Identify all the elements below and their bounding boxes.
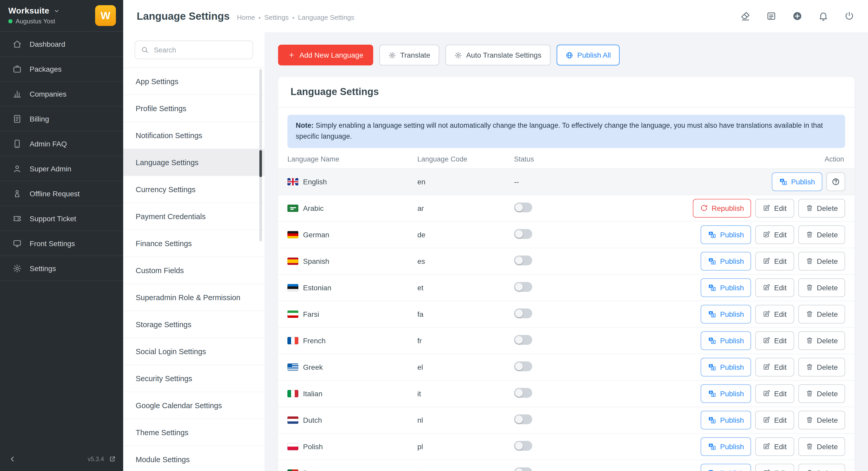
edit-button[interactable]: Edit	[755, 384, 794, 403]
help-button[interactable]	[827, 172, 845, 191]
publish-button[interactable]: Publish	[701, 411, 751, 430]
status-toggle[interactable]	[514, 282, 532, 292]
status-toggle[interactable]	[514, 441, 532, 451]
publish-button[interactable]: Publish	[701, 331, 751, 350]
notes-icon[interactable]	[766, 11, 777, 21]
sidebar-item-dashboard[interactable]: Dashboard	[0, 32, 123, 57]
globe-icon	[565, 51, 573, 59]
settings-nav-security-settings[interactable]: Security Settings	[123, 365, 265, 392]
settings-nav-module-settings[interactable]: Module Settings	[123, 446, 265, 471]
publish-all-button[interactable]: Publish All	[556, 45, 620, 65]
publish-button[interactable]: Publish	[772, 172, 822, 191]
status-toggle[interactable]	[514, 308, 532, 318]
delete-button[interactable]: Delete	[798, 411, 845, 430]
edit-button[interactable]: Edit	[755, 225, 794, 244]
sidebar-item-admin-faq[interactable]: Admin FAQ	[0, 131, 123, 156]
settings-nav-theme-settings[interactable]: Theme Settings	[123, 419, 265, 446]
publish-button[interactable]: Publish	[701, 437, 751, 456]
status-toggle[interactable]	[514, 335, 532, 345]
sidebar-item-label: Companies	[30, 90, 66, 98]
edit-button[interactable]: Edit	[755, 199, 794, 217]
publish-button[interactable]: Publish	[701, 305, 751, 324]
edit-button[interactable]: Edit	[755, 331, 794, 350]
settings-nav-google-calendar-settings[interactable]: Google Calendar Settings	[123, 392, 265, 419]
col-status: Status	[514, 155, 825, 163]
clear-cache-icon[interactable]	[740, 11, 750, 21]
sidebar-item-super-admin[interactable]: Super Admin	[0, 156, 123, 181]
status-toggle[interactable]	[514, 203, 532, 212]
sidebar-item-billing[interactable]: Billing	[0, 106, 123, 131]
status-toggle[interactable]	[514, 414, 532, 424]
publish-button[interactable]: Publish	[701, 464, 751, 471]
settings-nav-notification-settings[interactable]: Notification Settings	[123, 122, 265, 149]
status-toggle[interactable]	[514, 229, 532, 239]
settings-nav-app-settings[interactable]: App Settings	[123, 68, 265, 95]
sidebar-item-packages[interactable]: Packages	[0, 57, 123, 81]
settings-nav-language-settings[interactable]: Language Settings	[123, 149, 265, 176]
publish-button[interactable]: Publish	[701, 358, 751, 376]
breadcrumb-separator: •	[258, 14, 261, 21]
edit-button[interactable]: Edit	[755, 437, 794, 456]
settings-nav-currency-settings[interactable]: Currency Settings	[123, 176, 265, 203]
edit-button[interactable]: Edit	[755, 252, 794, 271]
settings-nav-finance-settings[interactable]: Finance Settings	[123, 230, 265, 257]
breadcrumb-item-settings[interactable]: Settings	[264, 13, 289, 21]
delete-button[interactable]: Delete	[798, 252, 845, 271]
settings-nav-profile-settings[interactable]: Profile Settings	[123, 95, 265, 122]
delete-button[interactable]: Delete	[798, 199, 845, 217]
sidebar-item-support-ticket[interactable]: Support Ticket	[0, 206, 123, 231]
add-icon[interactable]	[792, 11, 803, 21]
settings-nav-label: Superadmin Role & Permission	[136, 293, 240, 301]
status-toggle[interactable]	[514, 256, 532, 265]
settings-nav-payment-credentials[interactable]: Payment Credentials	[123, 203, 265, 230]
external-link-icon[interactable]	[108, 456, 116, 463]
settings-nav-superadmin-role-permission[interactable]: Superadmin Role & Permission	[123, 284, 265, 311]
delete-button[interactable]: Delete	[798, 358, 845, 376]
notifications-icon[interactable]	[818, 11, 829, 21]
toggle-knob	[515, 309, 523, 317]
scrollbar-thumb[interactable]	[259, 150, 262, 177]
status-toggle[interactable]	[514, 467, 532, 471]
edit-button[interactable]: Edit	[755, 278, 794, 297]
sidebar-item-settings[interactable]: Settings	[0, 256, 123, 281]
status-toggle[interactable]	[514, 362, 532, 371]
delete-button[interactable]: Delete	[798, 278, 845, 297]
breadcrumb: Home•Settings•Language Settings	[237, 13, 354, 21]
breadcrumb-item-home[interactable]: Home	[237, 13, 255, 21]
edit-button[interactable]: Edit	[755, 305, 794, 324]
publish-button[interactable]: Publish	[701, 278, 751, 297]
language-name: Greek	[303, 363, 323, 371]
auto-translate-settings-button[interactable]: Auto Translate Settings	[445, 45, 551, 65]
sidebar-item-offline-request[interactable]: Offline Request	[0, 181, 123, 206]
publish-button[interactable]: Publish	[701, 252, 751, 271]
settings-nav-custom-fields[interactable]: Custom Fields	[123, 257, 265, 284]
edit-icon	[763, 310, 771, 318]
sidebar-item-companies[interactable]: Companies	[0, 81, 123, 106]
delete-button[interactable]: Delete	[798, 464, 845, 471]
republish-button[interactable]: Republish	[693, 199, 751, 217]
add-new-language-button[interactable]: Add New Language	[278, 45, 373, 65]
delete-icon	[805, 310, 813, 318]
app-logo[interactable]: W	[95, 5, 116, 26]
edit-button[interactable]: Edit	[755, 411, 794, 430]
col-action: Action	[825, 155, 845, 163]
status-toggle[interactable]	[514, 388, 532, 398]
edit-button[interactable]: Edit	[755, 358, 794, 376]
delete-button[interactable]: Delete	[798, 225, 845, 244]
delete-button[interactable]: Delete	[798, 331, 845, 350]
delete-button[interactable]: Delete	[798, 384, 845, 403]
edit-button[interactable]: Edit	[755, 464, 794, 471]
translate-button[interactable]: Translate	[379, 45, 439, 65]
settings-nav-social-login-settings[interactable]: Social Login Settings	[123, 338, 265, 365]
delete-button[interactable]: Delete	[798, 305, 845, 324]
delete-button[interactable]: Delete	[798, 437, 845, 456]
breadcrumb-item-language-settings[interactable]: Language Settings	[298, 13, 354, 21]
logout-icon[interactable]	[844, 11, 855, 21]
settings-nav-storage-settings[interactable]: Storage Settings	[123, 311, 265, 338]
publish-button[interactable]: Publish	[701, 225, 751, 244]
collapse-sidebar-icon[interactable]	[8, 455, 17, 463]
search-input[interactable]	[135, 40, 253, 59]
publish-button[interactable]: Publish	[701, 384, 751, 403]
workspace-switcher[interactable]: Worksuite	[8, 6, 60, 15]
sidebar-item-front-settings[interactable]: Front Settings	[0, 231, 123, 256]
